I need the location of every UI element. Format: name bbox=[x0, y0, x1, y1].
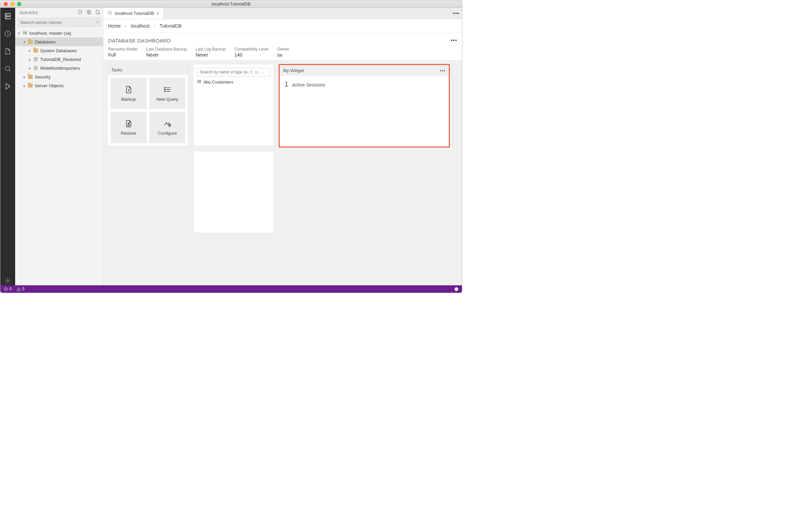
tab-close-icon[interactable]: × bbox=[157, 11, 160, 16]
svg-point-6 bbox=[5, 84, 7, 85]
activity-bar bbox=[0, 8, 15, 285]
window-title: localhost:TutorialDB bbox=[0, 1, 462, 6]
tasks-title: Tasks bbox=[111, 67, 122, 72]
svg-point-3 bbox=[6, 18, 7, 18]
svg-point-30 bbox=[457, 288, 457, 289]
folder-icon bbox=[33, 49, 38, 53]
dashboard-icon bbox=[108, 10, 112, 16]
prop-last-log-backup: Last Log Backup Never bbox=[196, 47, 225, 58]
dashboard-header: DATABASE DASHBOARD ••• Recovery Model Fu… bbox=[104, 33, 462, 61]
svg-point-21 bbox=[110, 12, 110, 13]
dashboard-title: DATABASE DASHBOARD bbox=[108, 38, 171, 43]
folder-icon bbox=[28, 84, 33, 88]
svg-point-17 bbox=[26, 33, 27, 34]
task-new-query-button[interactable]: New Query bbox=[149, 78, 185, 109]
prop-recovery-model: Recovery Model Full bbox=[108, 47, 138, 58]
my-widget: My-Widget ••• 1 Active Sessions bbox=[279, 64, 450, 148]
svg-point-7 bbox=[5, 88, 7, 89]
breadcrumb: Home localhost TutorialDB bbox=[104, 19, 462, 33]
task-restore-button[interactable]: Restore bbox=[111, 112, 147, 143]
svg-rect-26 bbox=[198, 80, 201, 83]
clear-search-icon[interactable]: × bbox=[96, 20, 99, 25]
tab-label: localhost:TutorialDB bbox=[115, 11, 154, 16]
breadcrumb-server[interactable]: localhost bbox=[131, 23, 149, 29]
svg-rect-11 bbox=[87, 10, 90, 13]
prop-owner: Owner sa bbox=[277, 47, 289, 58]
dashboard-more-icon[interactable]: ••• bbox=[451, 37, 457, 43]
tree-security-node[interactable]: ▸ Security bbox=[15, 72, 103, 81]
new-connection-icon[interactable] bbox=[78, 9, 83, 16]
status-bar: 0 0 bbox=[0, 285, 462, 293]
tree-database-item[interactable]: ▸ TutorialDB_Restored bbox=[15, 55, 103, 64]
svg-rect-15 bbox=[23, 31, 26, 32]
prop-compat-level: Compatibility Level 140 bbox=[234, 47, 268, 58]
database-icon bbox=[33, 57, 38, 62]
status-feedback-icon[interactable] bbox=[454, 287, 459, 291]
svg-point-22 bbox=[165, 87, 166, 88]
activity-task-history-icon[interactable] bbox=[4, 30, 11, 39]
database-icon bbox=[33, 66, 38, 70]
status-errors[interactable]: 0 bbox=[4, 286, 12, 291]
server-icon bbox=[23, 30, 27, 36]
table-icon bbox=[197, 79, 202, 85]
window-titlebar: localhost:TutorialDB bbox=[0, 0, 462, 8]
svg-point-19 bbox=[34, 66, 37, 67]
svg-point-23 bbox=[165, 89, 166, 90]
tab-tutorialdb[interactable]: localhost:TutorialDB × bbox=[104, 8, 164, 19]
svg-point-14 bbox=[98, 13, 100, 14]
sidebar-title: SERVERS bbox=[19, 11, 38, 15]
tasks-widget: Tasks Backup New Query Res bbox=[108, 64, 188, 146]
tree-server-objects-node[interactable]: ▸ Server Objects bbox=[15, 81, 103, 90]
task-configure-button[interactable]: Configure bbox=[149, 112, 185, 143]
chevron-right-icon bbox=[124, 23, 127, 29]
svg-point-9 bbox=[7, 280, 9, 281]
status-warnings[interactable]: 0 bbox=[17, 286, 25, 291]
folder-icon bbox=[28, 75, 33, 79]
search-result-item[interactable]: dbo.Customers bbox=[197, 79, 270, 85]
activity-search-icon[interactable] bbox=[4, 65, 11, 74]
show-connections-icon[interactable] bbox=[95, 9, 100, 16]
task-backup-button[interactable]: Backup bbox=[111, 78, 147, 109]
my-widget-title: My-Widget bbox=[283, 68, 304, 73]
svg-point-28 bbox=[455, 287, 458, 291]
widget-count: 1 bbox=[284, 80, 288, 88]
server-tree: ▾ localhost, master (sa) ▾ Databases ▸ S… bbox=[15, 29, 103, 90]
svg-point-18 bbox=[34, 57, 37, 59]
object-search-input[interactable] bbox=[197, 68, 270, 77]
new-server-group-icon[interactable] bbox=[86, 9, 92, 16]
tree-server-node[interactable]: ▾ localhost, master (sa) bbox=[15, 29, 103, 37]
activity-explorer-icon[interactable] bbox=[4, 48, 11, 56]
activity-source-control-icon[interactable] bbox=[4, 83, 11, 91]
chevron-right-icon bbox=[153, 23, 156, 29]
svg-point-2 bbox=[6, 14, 7, 15]
svg-point-24 bbox=[165, 91, 166, 92]
my-widget-more-icon[interactable]: ••• bbox=[440, 68, 445, 73]
folder-icon bbox=[28, 40, 33, 44]
tree-server-label: localhost, master (sa) bbox=[29, 31, 71, 36]
breadcrumb-database[interactable]: TutorialDB bbox=[160, 23, 182, 29]
activity-settings-icon[interactable] bbox=[4, 277, 11, 285]
svg-rect-12 bbox=[89, 11, 91, 14]
tabbar-more-icon[interactable]: ••• bbox=[451, 8, 462, 19]
activity-servers-icon[interactable] bbox=[4, 12, 11, 21]
svg-rect-0 bbox=[5, 13, 10, 16]
svg-point-8 bbox=[9, 86, 10, 87]
tree-database-item[interactable]: ▸ WideWorldImporters bbox=[15, 64, 103, 72]
tree-databases-label: Databases bbox=[35, 39, 56, 44]
tree-databases-node[interactable]: ▾ Databases bbox=[15, 37, 103, 46]
editor-tabbar: localhost:TutorialDB × ••• bbox=[104, 8, 462, 19]
servers-sidebar: SERVERS × ▾ localhost, master (sa) bbox=[15, 8, 104, 285]
svg-point-29 bbox=[456, 288, 456, 289]
svg-rect-1 bbox=[5, 17, 10, 19]
svg-rect-10 bbox=[79, 10, 81, 14]
server-search-input[interactable] bbox=[17, 18, 101, 27]
breadcrumb-home[interactable]: Home bbox=[108, 23, 121, 29]
prop-last-db-backup: Last Database Backup Never bbox=[146, 47, 187, 58]
tree-system-databases[interactable]: ▸ System Databases bbox=[15, 46, 103, 55]
svg-point-5 bbox=[5, 66, 10, 71]
empty-widget bbox=[193, 151, 274, 233]
object-search-widget: dbo.Customers bbox=[193, 64, 274, 146]
widget-label: Active Sessions bbox=[292, 82, 325, 88]
